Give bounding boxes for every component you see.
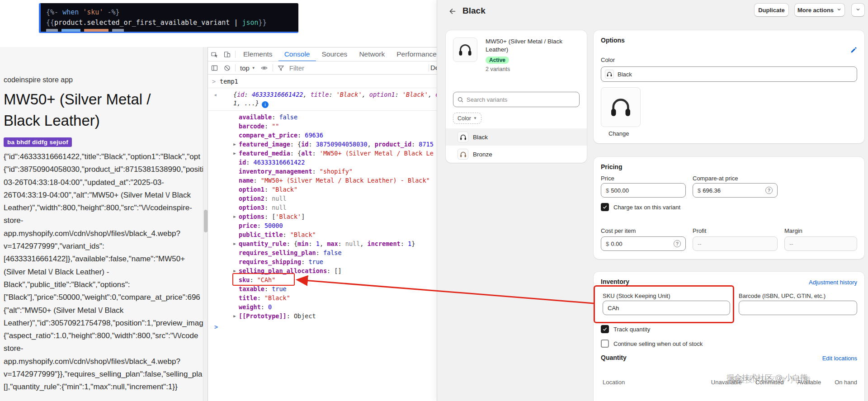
code-line-clipped <box>46 29 298 33</box>
margin-input <box>789 241 852 247</box>
console-result-preview[interactable]: ◂ {id: 46333316661422, title: 'Black', o… <box>208 88 437 111</box>
continue-selling-row[interactable]: Continue selling when out of stock <box>601 340 703 348</box>
help-icon[interactable]: ? <box>674 240 681 247</box>
tab-performance[interactable]: Performance <box>391 47 437 61</box>
edit-locations-link[interactable]: Edit locations <box>822 355 857 362</box>
expand-triangle-icon[interactable]: ▶ <box>231 212 238 221</box>
console-property-quantityrule[interactable]: ▶quantity_rule: {min: 1, max: null, incr… <box>208 239 437 248</box>
console-property-sellingplanallocations[interactable]: ▶selling_plan_allocations: [] <box>208 266 437 275</box>
console-property-price: price: 50000 <box>208 221 437 230</box>
console-property-prototype[interactable]: ▶[[Prototype]]: Object <box>208 311 437 321</box>
console-prompt[interactable]: > <box>208 323 437 330</box>
console-property-featuredimage[interactable]: ▶featured_image: {id: 38750904058030, pr… <box>208 140 437 149</box>
sku-field[interactable] <box>603 301 730 315</box>
col-available: Available <box>797 379 821 386</box>
filter-input[interactable]: Filter <box>289 64 304 72</box>
page-scrollbar[interactable] <box>203 47 208 401</box>
barcode-input[interactable] <box>744 305 852 311</box>
cost-input[interactable] <box>611 241 672 247</box>
sku-input[interactable] <box>608 305 725 311</box>
cost-field[interactable]: $ ? <box>601 236 686 251</box>
console-property-option2: option2: null <box>208 194 437 203</box>
options-card: Options Color Black Change <box>594 30 864 143</box>
expand-triangle-icon[interactable]: ▶ <box>231 311 238 321</box>
quantity-heading: Quantity <box>601 354 627 361</box>
tab-network[interactable]: Network <box>353 47 391 61</box>
barcode-field[interactable] <box>739 301 857 315</box>
console-property-id: id: 46333316661422 <box>208 158 437 167</box>
expand-triangle-icon[interactable]: ▶ <box>231 149 238 158</box>
option-value-field[interactable]: Black <box>601 66 857 82</box>
scrollbar-thumb[interactable] <box>204 210 208 232</box>
duplicate-button[interactable]: Duplicate <box>754 3 789 17</box>
option-name-label: Color <box>601 57 615 63</box>
cost-label: Cost per item <box>601 227 636 234</box>
product-thumbnail[interactable] <box>453 38 477 62</box>
clear-console-icon[interactable] <box>221 62 233 74</box>
json-text-line: v=1742977999"}},"requires_selling_plan":… <box>4 368 203 381</box>
currency-prefix: $ <box>606 187 609 194</box>
options-card-title: Options <box>601 37 625 44</box>
json-text-line: {"aspect_ratio":1.0,"height":800,"width"… <box>4 330 203 342</box>
price-input[interactable] <box>611 187 681 194</box>
variant-navigator-card: MW50+ (Silver Metal / Black Leather) Act… <box>446 30 587 163</box>
code-line-1: {%- when 'sku' -%} <box>46 7 298 18</box>
console-property-featuredmedia[interactable]: ▶featured_media: {alt: 'MW50+ (Silver Me… <box>208 149 437 158</box>
expand-triangle-icon[interactable]: ▶ <box>231 239 238 248</box>
checkbox-unchecked-icon[interactable] <box>601 340 609 348</box>
expand-triangle-icon[interactable]: ▶ <box>231 140 238 149</box>
track-quantity-row[interactable]: Track quantity <box>601 325 650 333</box>
console-property-weight: weight: 0 <box>208 302 437 311</box>
change-image-link[interactable]: Change <box>609 130 629 137</box>
context-selector[interactable]: top ▼ <box>237 64 258 72</box>
divider <box>235 64 236 71</box>
checkbox-checked-icon[interactable] <box>601 203 609 211</box>
json-text-line: {"alt":"MW50+ (Silver Metal \/ Black <box>4 304 203 317</box>
tab-console[interactable]: Console <box>278 47 316 61</box>
live-expression-eye-icon[interactable] <box>258 62 271 74</box>
code-token: when <box>62 8 79 16</box>
code-token: 'sku' <box>83 8 103 16</box>
profit-field <box>693 236 778 251</box>
chevron-down-icon <box>855 7 861 14</box>
more-actions-button[interactable]: More actions <box>794 3 845 17</box>
log-levels-dropdown[interactable]: Default levels <box>430 64 437 71</box>
variant-item-bronze[interactable]: Bronze <box>446 146 587 163</box>
status-badge: Active <box>486 57 509 64</box>
chevron-down-icon: ▼ <box>473 116 477 120</box>
console-property-options[interactable]: ▶options: ['Black'] <box>208 212 437 221</box>
checkbox-checked-icon[interactable] <box>601 325 609 333</box>
back-button[interactable] <box>445 5 459 18</box>
json-text-line: Black","public_title":"Black","options": <box>4 278 203 291</box>
variant-search-input[interactable] <box>467 96 576 103</box>
debug-badge: ba bhdf didfg sejuof <box>4 137 72 147</box>
compare-price-input[interactable] <box>703 187 764 194</box>
help-icon[interactable]: ? <box>765 187 773 194</box>
console-sidebar-icon[interactable] <box>208 62 221 74</box>
charge-tax-row[interactable]: Charge tax on this variant <box>601 203 680 211</box>
location-column-header: Location <box>603 379 625 386</box>
divider <box>429 64 429 71</box>
tab-sources[interactable]: Sources <box>316 47 354 61</box>
variant-count: 2 variants <box>486 66 562 72</box>
json-text-line: v=1742977999","variant_ids": <box>4 240 203 253</box>
variant-search-field[interactable] <box>453 92 580 107</box>
adjustment-history-link[interactable]: Adjustment history <box>809 279 857 286</box>
info-icon[interactable]: i <box>262 101 269 108</box>
filter-funnel-icon[interactable] <box>275 62 288 74</box>
expand-triangle-icon[interactable]: ▶ <box>231 266 238 275</box>
json-text-line: store- <box>4 214 203 227</box>
variant-image[interactable] <box>601 87 641 127</box>
color-filter-dropdown[interactable]: Color ▼ <box>453 113 481 124</box>
inspect-element-icon[interactable] <box>208 48 221 60</box>
edit-icon[interactable] <box>850 46 858 54</box>
price-field[interactable]: $ <box>601 183 686 198</box>
json-text-line: 26T04:33:19-04:00","alt":"MW50+ (Silver … <box>4 189 203 202</box>
variant-item-black[interactable]: Black <box>446 128 587 146</box>
duplicate-label: Duplicate <box>758 7 785 14</box>
compare-price-field[interactable]: $ ? <box>693 183 778 198</box>
code-token: | <box>234 19 238 27</box>
device-toolbar-icon[interactable] <box>221 48 233 60</box>
next-variant-button[interactable] <box>851 3 865 17</box>
tab-elements[interactable]: Elements <box>237 47 278 61</box>
